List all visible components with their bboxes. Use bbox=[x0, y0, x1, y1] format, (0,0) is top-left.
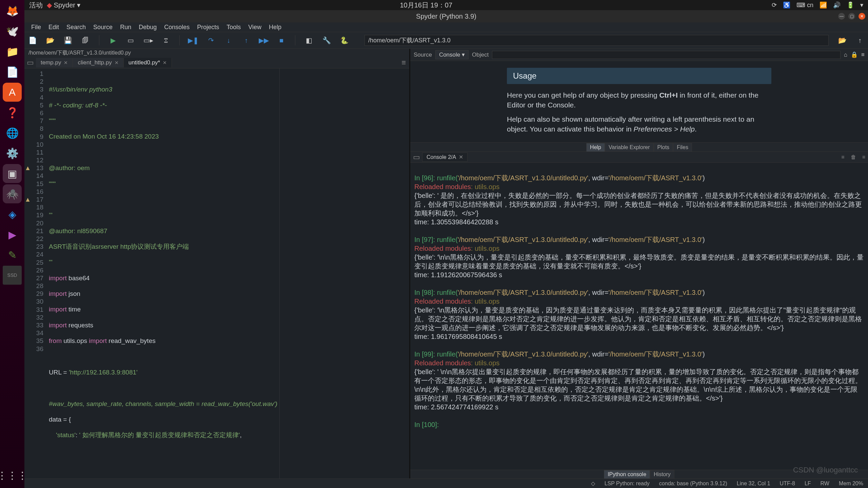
pythonpath-icon[interactable]: 🐍 bbox=[340, 36, 348, 44]
browse-tabs-icon[interactable]: ▭ bbox=[24, 58, 36, 67]
menu-file[interactable]: File bbox=[28, 23, 44, 32]
tab-history[interactable]: History bbox=[650, 470, 674, 479]
tabs-menu-icon[interactable]: ≡ bbox=[172, 58, 409, 67]
console-output[interactable]: In [96]: runfile('/home/oem/下载/ASRT_v1.3… bbox=[410, 163, 868, 470]
dock-firefox[interactable]: 🦊 bbox=[3, 1, 22, 20]
tab-help[interactable]: Help bbox=[586, 143, 605, 152]
working-dir-input[interactable]: /home/oem/下载/ASRT_v1.3.0 bbox=[364, 35, 829, 46]
sync-icon: ⟳ bbox=[772, 1, 777, 9]
dock-chrome[interactable]: 🌐 bbox=[3, 123, 22, 142]
menubar[interactable]: File Edit Search Source Run Debug Consol… bbox=[24, 22, 868, 32]
dock-settings[interactable]: ⚙️ bbox=[3, 144, 22, 163]
menu-search[interactable]: Search bbox=[63, 23, 89, 32]
window-title: Spyder (Python 3.9) bbox=[416, 13, 476, 20]
battery-icon: 🔋 bbox=[847, 1, 854, 9]
activities-button[interactable]: 活动 bbox=[29, 1, 43, 10]
close-tab-icon[interactable]: ✕ bbox=[64, 60, 68, 65]
dock-help[interactable]: ❓ bbox=[3, 103, 22, 122]
menu-run[interactable]: Run bbox=[117, 23, 135, 32]
menu-consoles[interactable]: Consoles bbox=[161, 23, 193, 32]
kite-icon[interactable]: ◇ bbox=[591, 480, 595, 487]
open-file-icon[interactable]: 📂 bbox=[46, 36, 54, 44]
maximize-button[interactable]: ▢ bbox=[848, 13, 855, 20]
stop-debug-icon[interactable]: ■ bbox=[277, 36, 285, 44]
dock-software[interactable]: A bbox=[3, 83, 22, 102]
a11y-icon: ♿ bbox=[783, 1, 790, 9]
close-tab-icon[interactable]: ✕ bbox=[459, 154, 463, 160]
status-conda[interactable]: conda: base (Python 3.9.12) bbox=[659, 481, 727, 487]
run-cell-advance-icon[interactable]: ▭▸ bbox=[144, 36, 152, 44]
run-cell-icon[interactable]: ▭ bbox=[126, 36, 135, 44]
dock-writer[interactable]: 📄 bbox=[3, 62, 22, 81]
dock-files[interactable]: 📁 bbox=[3, 42, 22, 61]
save-icon[interactable]: 💾 bbox=[64, 36, 72, 44]
tab-files[interactable]: Files bbox=[673, 143, 692, 152]
options-icon[interactable]: ≡ bbox=[861, 52, 865, 58]
step-out-icon[interactable]: ↑ bbox=[242, 36, 250, 44]
save-all-icon[interactable]: 🗐 bbox=[81, 36, 90, 44]
run-icon[interactable]: ▶ bbox=[109, 36, 117, 44]
close-button[interactable]: ✕ bbox=[859, 13, 865, 20]
tab-client-http[interactable]: client_http.py✕ bbox=[73, 58, 123, 67]
home-icon[interactable]: ⌂ bbox=[844, 52, 847, 58]
tab-variable-explorer[interactable]: Variable Explorer bbox=[605, 143, 654, 152]
menu-edit[interactable]: Edit bbox=[45, 23, 62, 32]
dock-terminal[interactable]: ▣ bbox=[3, 164, 22, 183]
help-source-select[interactable]: Console ▾ bbox=[435, 50, 469, 59]
help-object-input[interactable] bbox=[492, 51, 841, 59]
debug-icon[interactable]: ▶❚ bbox=[189, 36, 197, 44]
clock[interactable]: 10月16日 19：07 bbox=[81, 1, 772, 10]
system-tray[interactable]: ⟳ ♿ ⌨ cn 📶 🔊 🔋 ▾ bbox=[772, 1, 863, 9]
ime-icon[interactable]: ⌨ cn bbox=[796, 1, 813, 9]
tab-ipython-console[interactable]: IPython console bbox=[604, 470, 650, 479]
power-icon[interactable]: ▾ bbox=[860, 1, 863, 9]
interrupt-icon[interactable]: ≡ bbox=[841, 154, 844, 160]
menu-view[interactable]: View bbox=[245, 23, 265, 32]
options-icon[interactable]: ≡ bbox=[862, 154, 865, 160]
menu-tools[interactable]: Tools bbox=[223, 23, 244, 32]
code-area[interactable]: #!/usr/bin/env python3 # -*- coding: utf… bbox=[46, 68, 409, 479]
parent-dir-icon[interactable]: ↑ bbox=[856, 36, 864, 44]
menu-help[interactable]: Help bbox=[265, 23, 285, 32]
help-source-label[interactable]: Source bbox=[414, 52, 432, 58]
browse-dir-icon[interactable]: 📂 bbox=[838, 36, 846, 44]
run-selection-icon[interactable]: Ɪ bbox=[162, 36, 170, 44]
ubuntu-dock[interactable]: 🦊 🕊️ 📁 📄 A ❓ 🌐 ⚙️ ▣ 🕷️ ◈ ▶ ✎ SSD ⋮⋮⋮ bbox=[0, 0, 24, 488]
browse-consoles-icon[interactable]: ▭ bbox=[413, 153, 420, 162]
dock-thunderbird[interactable]: 🕊️ bbox=[3, 22, 22, 41]
status-rw: RW bbox=[821, 481, 829, 487]
menu-source[interactable]: Source bbox=[90, 23, 116, 32]
dock-show-apps[interactable]: ⋮⋮⋮ bbox=[3, 466, 22, 485]
status-lsp: LSP Python: ready bbox=[605, 481, 650, 487]
minimize-button[interactable]: — bbox=[838, 13, 845, 20]
new-file-icon[interactable]: 📄 bbox=[28, 36, 37, 44]
dock-spyder[interactable]: 🕷️ bbox=[3, 184, 22, 203]
tab-plots[interactable]: Plots bbox=[654, 143, 673, 152]
menu-projects[interactable]: Projects bbox=[194, 23, 222, 32]
code-editor[interactable]: ▲ ▲ 123456789101112131415161718192021222… bbox=[24, 68, 409, 479]
appmenu[interactable]: ◆ Spyder ▾ bbox=[47, 1, 81, 9]
menu-debug[interactable]: Debug bbox=[135, 23, 160, 32]
dock-media[interactable]: ▶ bbox=[3, 225, 22, 244]
statusbar: ◇ LSP Python: ready conda: base (Python … bbox=[24, 479, 868, 488]
lock-icon[interactable]: 🔒 bbox=[851, 51, 858, 58]
tab-untitled0[interactable]: untitled0.py*✕ bbox=[124, 58, 172, 67]
close-tab-icon[interactable]: ✕ bbox=[163, 60, 167, 65]
volume-icon: 🔊 bbox=[833, 1, 841, 9]
clear-icon[interactable]: 🗑 bbox=[851, 154, 856, 160]
maximize-pane-icon[interactable]: ◧ bbox=[305, 36, 313, 44]
preferences-icon[interactable]: 🔧 bbox=[322, 36, 331, 44]
dock-todesk[interactable]: ◈ bbox=[3, 205, 22, 224]
window-titlebar: Spyder (Python 3.9) — ▢ ✕ bbox=[24, 10, 868, 22]
dock-gedit[interactable]: ✎ bbox=[3, 245, 22, 264]
dock-disk[interactable]: SSD bbox=[3, 266, 22, 285]
help-content: Usage Here you can get help of any objec… bbox=[410, 61, 868, 142]
close-tab-icon[interactable]: ✕ bbox=[115, 60, 119, 65]
continue-icon[interactable]: ▶▶ bbox=[260, 36, 268, 44]
editor-pane: /home/oem/下载/ASRT_v1.3.0/untitled0.py ▭ … bbox=[24, 49, 410, 479]
tab-temp[interactable]: temp.py✕ bbox=[36, 58, 73, 67]
warning-marker: ▲ bbox=[24, 164, 31, 172]
step-over-icon[interactable]: ↷ bbox=[207, 36, 215, 44]
console-tab[interactable]: Console 2/A✕ bbox=[422, 152, 468, 162]
step-in-icon[interactable]: ↓ bbox=[224, 36, 233, 44]
